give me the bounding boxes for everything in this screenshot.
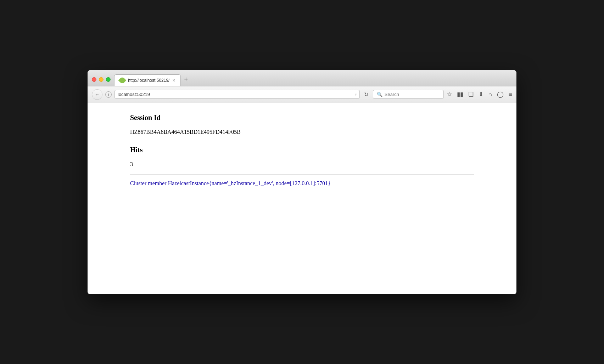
back-button[interactable]: ← [92,89,102,100]
tab-title: http://localhost:50219/ [128,78,169,83]
address-bar[interactable]: ▿ [114,90,360,99]
pocket-icon[interactable]: ❏ [468,91,474,98]
reading-list-icon[interactable]: ▮▮ [457,91,463,98]
traffic-lights [92,77,111,86]
browser-window: http://localhost:50219/ × + ← i ▿ ↻ 🔍 ☆ … [88,70,516,294]
tab-favicon [118,76,127,84]
menu-icon[interactable]: ≡ [509,91,512,98]
minimize-button[interactable] [99,77,104,82]
maximize-button[interactable] [106,77,111,82]
tab-close-button[interactable]: × [172,78,175,83]
new-tab-button[interactable]: + [181,74,192,85]
page-content: Session Id HZ867BB4A6BA464A15BD1E495FD41… [88,103,516,294]
refresh-button[interactable]: ↻ [363,90,370,99]
toolbar-icons: ☆ ▮▮ ❏ ⇓ ⌂ ◯ ≡ [447,91,512,98]
tab-bar: http://localhost:50219/ × + [114,74,512,86]
search-bar[interactable]: 🔍 [373,90,444,99]
search-input[interactable] [385,92,444,97]
address-input[interactable] [118,92,353,97]
active-tab[interactable]: http://localhost:50219/ × [114,74,181,86]
dropdown-icon: ▿ [355,92,357,96]
search-icon: 🔍 [377,92,382,97]
info-icon: i [108,92,109,97]
synced-tabs-icon[interactable]: ◯ [497,91,504,98]
info-button[interactable]: i [105,91,112,98]
close-button[interactable] [92,77,96,82]
bookmark-star-icon[interactable]: ☆ [447,91,452,98]
home-icon[interactable]: ⌂ [488,91,492,98]
title-bar: http://localhost:50219/ × + [88,70,516,86]
hits-value: 3 [130,161,474,167]
hits-heading: Hits [130,146,474,154]
bottom-divider [130,192,474,192]
back-icon: ← [95,92,100,97]
refresh-icon: ↻ [364,91,369,97]
cluster-member-link[interactable]: Cluster member HazelcastInstance{name='_… [130,180,331,186]
top-divider [130,175,474,175]
session-id-heading: Session Id [130,114,474,122]
session-id-value: HZ867BB4A6BA464A15BD1E495FD414F05B [130,129,474,135]
nav-bar: ← i ▿ ↻ 🔍 ☆ ▮▮ ❏ ⇓ ⌂ ◯ ≡ [88,86,516,103]
download-icon[interactable]: ⇓ [479,91,483,98]
